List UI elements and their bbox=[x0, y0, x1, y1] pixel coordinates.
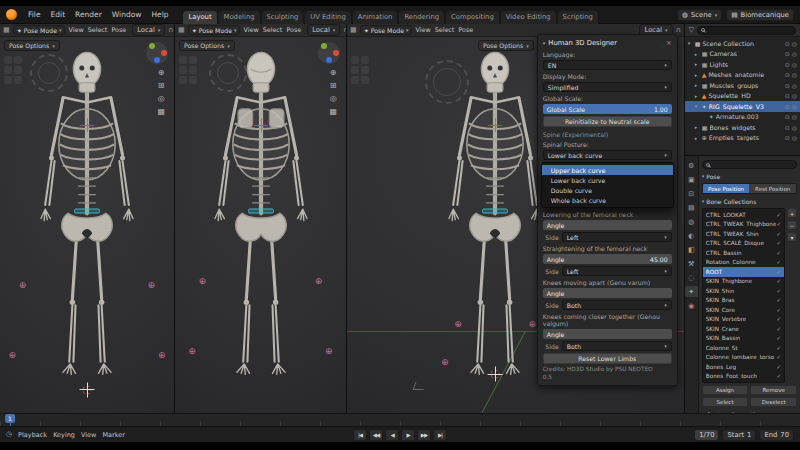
bone-collection-row[interactable]: CTRL_Bassin ✓ bbox=[703, 248, 784, 258]
remove-collection-button[interactable]: − bbox=[787, 220, 797, 230]
properties-tab[interactable]: ◧ bbox=[685, 244, 698, 255]
outliner-item[interactable]: ▸ ▲ Meshes_anatomie ⊙ ◎ bbox=[685, 70, 800, 81]
app-menu-item[interactable]: Render bbox=[70, 8, 107, 21]
bone-target-widget[interactable]: ⊕ bbox=[441, 357, 449, 367]
pan-icon[interactable]: ⊞ bbox=[157, 81, 165, 90]
language-dropdown[interactable]: EN▾ bbox=[543, 60, 672, 70]
bone-collection-row[interactable]: Bones_Foot_touch ✓ bbox=[703, 372, 784, 382]
spine-control-widget[interactable] bbox=[248, 208, 274, 213]
editor-type-icon[interactable]: ▦ bbox=[178, 27, 185, 34]
bone-collection-row[interactable]: SKIN_Thighbone ✓ bbox=[703, 277, 784, 287]
bone-collection-row[interactable]: SKIN_Bras ✓ bbox=[703, 296, 784, 306]
overlay-toggle-icons[interactable] bbox=[179, 56, 197, 84]
timeline-menu[interactable]: Keying bbox=[53, 431, 75, 439]
menu-option[interactable]: Double curve bbox=[542, 185, 673, 195]
playhead[interactable]: 1 bbox=[10, 414, 11, 426]
menu-option[interactable]: Upper back curve bbox=[542, 165, 673, 175]
viewport-menu[interactable]: Select bbox=[88, 26, 108, 34]
render-visibility-icon[interactable]: ◎ bbox=[792, 124, 797, 131]
visibility-checkbox[interactable]: ✓ bbox=[776, 269, 781, 275]
start-frame-field[interactable]: Start1 bbox=[722, 429, 756, 441]
render-visibility-icon[interactable]: ◎ bbox=[792, 71, 797, 78]
side-dropdown[interactable]: Left▾ bbox=[562, 266, 672, 276]
outliner-item[interactable]: ▸ ⊕ Empties_targets ⊙ ◎ bbox=[685, 133, 800, 144]
collection-specials-menu[interactable]: ▾ bbox=[787, 232, 797, 242]
hide-eye-icon[interactable]: ⊙ bbox=[785, 124, 790, 131]
transport-button[interactable]: ◀◀ bbox=[369, 429, 383, 441]
transport-button[interactable]: ◀ bbox=[385, 429, 399, 441]
menu-option[interactable]: Whole back curve bbox=[542, 195, 673, 205]
workspace-tab[interactable]: Rendering bbox=[399, 11, 445, 24]
mode-selector[interactable]: ✦Pose Mode▾ bbox=[13, 25, 66, 35]
spine-control-widget[interactable] bbox=[74, 208, 100, 213]
visibility-checkbox[interactable]: ✓ bbox=[776, 259, 781, 265]
properties-tab[interactable]: ▤ bbox=[685, 202, 698, 213]
blender-logo-icon[interactable] bbox=[6, 9, 17, 20]
bone-collection-row[interactable]: CTRL_LOOKAT ✓ bbox=[703, 210, 784, 220]
bone-collection-action-button[interactable]: Deselect bbox=[750, 397, 797, 407]
snap-magnet-icon[interactable]: ∩ bbox=[168, 27, 173, 34]
pose-options-dropdown[interactable]: Pose Options▾ bbox=[478, 40, 534, 51]
render-visibility-icon[interactable]: ◎ bbox=[792, 103, 797, 110]
visibility-checkbox[interactable]: ✓ bbox=[776, 345, 781, 351]
close-icon[interactable]: × bbox=[666, 39, 672, 47]
viewport-menu[interactable]: View bbox=[415, 26, 430, 34]
properties-tab[interactable]: ◐ bbox=[685, 230, 698, 241]
outliner-item[interactable]: ▸ ▲ Squelette_HD ⊙ ◎ bbox=[685, 91, 800, 102]
zoom-icon[interactable]: ⊕ bbox=[157, 68, 165, 77]
chevron-down-icon[interactable]: ▾ bbox=[543, 40, 546, 46]
view-layer-selector[interactable]: ▤Biomecanique bbox=[726, 9, 794, 21]
render-visibility-icon[interactable]: ◎ bbox=[792, 61, 797, 68]
viewport-menu[interactable]: Pose bbox=[111, 26, 126, 34]
pose-panel-title[interactable]: Pose bbox=[706, 173, 720, 180]
reset-neutral-scale-button[interactable]: Reinitialize to Neutral scale bbox=[543, 116, 672, 127]
pan-icon[interactable]: ⊞ bbox=[329, 81, 337, 90]
viewport-main[interactable]: ▦ ✦Pose Mode▾ ViewSelectPose Local▾ ∩ Po… bbox=[347, 24, 685, 413]
bone-target-widget[interactable]: ⊕ bbox=[199, 276, 207, 286]
outliner-item[interactable]: ▾ ▦ Scene Collection ⊙ ◎ bbox=[685, 38, 800, 49]
display-mode-dropdown[interactable]: Simplified▾ bbox=[543, 82, 672, 92]
global-scale-slider[interactable]: Global Scale1.00 bbox=[543, 104, 672, 114]
skeleton-model-back[interactable] bbox=[198, 44, 323, 389]
bone-collection-row[interactable]: SKIN_Crane ✓ bbox=[703, 324, 784, 334]
editor-type-icon[interactable]: ▦ bbox=[350, 27, 357, 34]
outliner-item[interactable]: ✦ Armature.003 ⊙ ◎ bbox=[685, 112, 800, 123]
expand-arrow-icon[interactable]: ▸ bbox=[695, 61, 700, 67]
properties-tab[interactable]: ◍ bbox=[685, 216, 698, 227]
timeline-menu[interactable]: Marker bbox=[102, 431, 124, 439]
hide-eye-icon[interactable]: ⊙ bbox=[785, 71, 790, 78]
bone-collection-row[interactable]: SKIN_Bassin ✓ bbox=[703, 334, 784, 344]
bone-collection-action-button[interactable]: Remove bbox=[750, 385, 797, 395]
editor-type-icon[interactable]: ▦ bbox=[3, 27, 10, 34]
expand-arrow-icon[interactable]: ▾ bbox=[695, 103, 700, 109]
properties-tab[interactable]: ⚒ bbox=[685, 258, 698, 269]
viewport-menu[interactable]: Select bbox=[263, 26, 283, 34]
expand-arrow-icon[interactable]: ▸ bbox=[695, 124, 700, 130]
angle-slider[interactable]: Angle45.00 bbox=[543, 254, 672, 264]
outliner-item[interactable]: ▾ ✦ RIG_Squelette_V3 ⊙ ◎ bbox=[685, 101, 800, 112]
timeline-editor-icon[interactable]: ◷ bbox=[6, 431, 12, 438]
reset-lower-limbs-button[interactable]: Reset Lower Limbs bbox=[543, 353, 672, 364]
expand-arrow-icon[interactable]: ▸ bbox=[695, 82, 700, 88]
transform-orientation-dropdown[interactable]: Local▾ bbox=[132, 24, 165, 36]
visibility-checkbox[interactable]: ✓ bbox=[776, 240, 781, 246]
workspace-tab[interactable]: Compositing bbox=[446, 11, 500, 24]
properties-tab[interactable]: ⊟ bbox=[685, 188, 698, 199]
mode-selector[interactable]: ✦Pose Mode▾ bbox=[188, 25, 241, 35]
bone-collection-row[interactable]: Colonne_St ✓ bbox=[703, 343, 784, 353]
bone-collection-row[interactable]: Colonne_lombaire_torso ✓ bbox=[703, 353, 784, 363]
workspace-tab[interactable]: Layout bbox=[183, 11, 217, 24]
add-collection-button[interactable]: + bbox=[787, 208, 797, 218]
bone-collections-list[interactable]: CTRL_LOOKAT ✓ CTRL_TWEAK_Thighbone ✓ CTR… bbox=[702, 208, 785, 383]
properties-tab[interactable]: ◉ bbox=[685, 300, 698, 311]
properties-tab[interactable]: ▣ bbox=[685, 174, 698, 185]
render-visibility-icon[interactable]: ◎ bbox=[792, 134, 797, 141]
properties-tab[interactable]: ⚙ bbox=[685, 160, 698, 171]
grid-toggle-icon[interactable]: ▦ bbox=[329, 107, 337, 116]
workspace-tab[interactable]: Modeling bbox=[219, 11, 261, 24]
navigation-gizmo[interactable] bbox=[146, 42, 168, 64]
navigation-gizmo[interactable] bbox=[318, 42, 340, 64]
workspace-tab[interactable]: Scripting bbox=[558, 11, 599, 24]
bone-target-widget[interactable]: ⊕ bbox=[148, 280, 156, 290]
timeline-menu[interactable]: Playback bbox=[18, 431, 47, 439]
